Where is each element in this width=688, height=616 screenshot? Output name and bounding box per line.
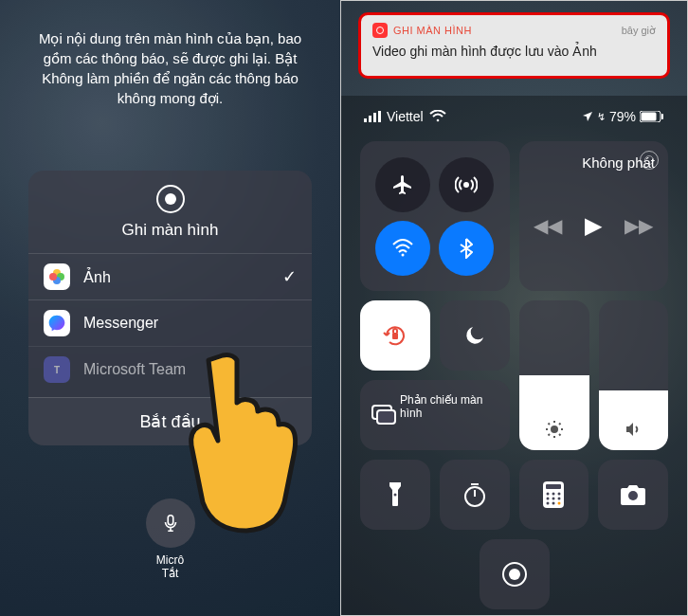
svg-point-35 [552,498,555,500]
svg-rect-4 [168,516,173,525]
svg-point-34 [547,498,550,500]
svg-point-14 [402,253,405,256]
notif-time: bây giờ [622,25,656,37]
cellular-toggle[interactable] [439,157,494,212]
brightness-icon [519,420,589,439]
svg-point-39 [558,502,561,505]
svg-rect-17 [377,410,395,424]
notification-banner[interactable]: GHI MÀN HÌNH bây giờ Video ghi màn hình … [358,12,670,79]
control-center-screen: GHI MÀN HÌNH bây giờ Video ghi màn hình … [340,0,688,616]
airplane-toggle[interactable] [375,157,430,212]
notif-header: GHI MÀN HÌNH bây giờ [372,23,656,38]
screen-mirror-icon [371,405,396,426]
svg-line-25 [548,434,550,436]
svg-rect-15 [392,333,398,339]
bluetooth-toggle[interactable] [439,221,494,276]
svg-rect-11 [642,113,657,121]
record-icon [156,185,185,213]
screen-record-sheet: Mọi nội dung trên màn hình của bạn, bao … [0,0,340,616]
teams-icon: T [44,356,70,383]
notif-app-name: GHI MÀN HÌNH [393,25,472,36]
app-row-teams[interactable]: T Microsoft Team [28,346,312,392]
wifi-icon [429,110,446,123]
app-row-messenger[interactable]: Messenger [28,299,312,346]
location-icon [582,111,593,122]
volume-slider[interactable] [599,300,669,450]
screen-mirroring-button[interactable]: Phản chiếu màn hình [360,380,510,450]
svg-rect-12 [661,114,663,119]
media-title: Không phát [533,154,655,171]
signal-icon [364,111,381,122]
svg-point-42 [509,569,520,580]
svg-point-9 [436,119,439,122]
info-text: Mọi nội dung trên màn hình của bạn, bao … [0,28,340,108]
app-label: Ảnh [83,268,111,286]
photos-icon [44,263,70,290]
svg-point-3 [49,273,57,281]
record-card: Ghi màn hình Ảnh ✓ Messenger T Microsoft… [28,171,312,445]
messenger-icon [44,310,70,336]
mic-state: Tắt [0,567,340,580]
svg-point-18 [551,426,558,433]
mirror-label: Phản chiếu màn hình [400,393,502,421]
media-tile[interactable]: Không phát ◀◀ ▶ ▶▶ [519,141,668,291]
card-title: Ghi màn hình [28,221,312,240]
carrier-label: Viettel [387,109,424,124]
svg-point-36 [558,498,561,500]
dnd-toggle[interactable] [440,300,510,371]
svg-point-40 [628,491,638,500]
flashlight-toggle[interactable] [360,460,430,530]
svg-line-23 [548,424,550,426]
volume-icon [599,420,669,439]
prev-track-icon[interactable]: ◀◀ [534,214,562,237]
svg-point-32 [552,493,555,496]
app-label: Messenger [83,315,158,332]
orientation-lock-toggle[interactable] [360,300,430,371]
svg-rect-8 [378,111,381,122]
wifi-toggle[interactable] [375,221,430,276]
svg-point-38 [552,502,555,505]
mic-section: Micrô Tắt [0,498,340,580]
screen-record-app-icon [372,23,388,38]
svg-line-24 [559,434,561,436]
play-icon[interactable]: ▶ [585,212,602,239]
brightness-fill [519,375,589,450]
calculator-button[interactable] [519,460,589,530]
svg-rect-30 [546,484,561,489]
svg-line-26 [559,424,561,426]
connectivity-tile [360,141,510,291]
svg-point-13 [464,183,468,187]
camera-button[interactable] [598,460,668,530]
mic-toggle[interactable] [146,498,195,548]
battery-icon: ↯ [597,111,606,123]
battery-percent: 79% [609,109,636,124]
svg-point-33 [558,493,561,496]
check-icon: ✓ [282,266,297,287]
app-row-photos[interactable]: Ảnh ✓ [28,253,312,299]
svg-point-27 [393,494,396,497]
app-label: Microsoft Team [83,361,186,378]
svg-rect-7 [373,113,376,122]
svg-point-37 [547,502,550,505]
next-track-icon[interactable]: ▶▶ [625,214,653,237]
status-bar: Viettel ↯ 79% [360,105,668,132]
control-center: Viettel ↯ 79% [341,96,687,615]
battery-shape-icon [640,111,664,122]
start-button[interactable]: Bắt đầu [28,397,312,445]
svg-point-31 [547,493,550,496]
brightness-slider[interactable] [519,300,589,450]
mic-label: Micrô [0,553,340,567]
card-header: Ghi màn hình [28,171,312,240]
timer-button[interactable] [440,460,510,530]
svg-rect-6 [369,116,371,122]
notif-body: Video ghi màn hình được lưu vào Ảnh [372,44,656,59]
screen-record-toggle[interactable] [480,539,550,609]
svg-rect-5 [364,118,367,122]
